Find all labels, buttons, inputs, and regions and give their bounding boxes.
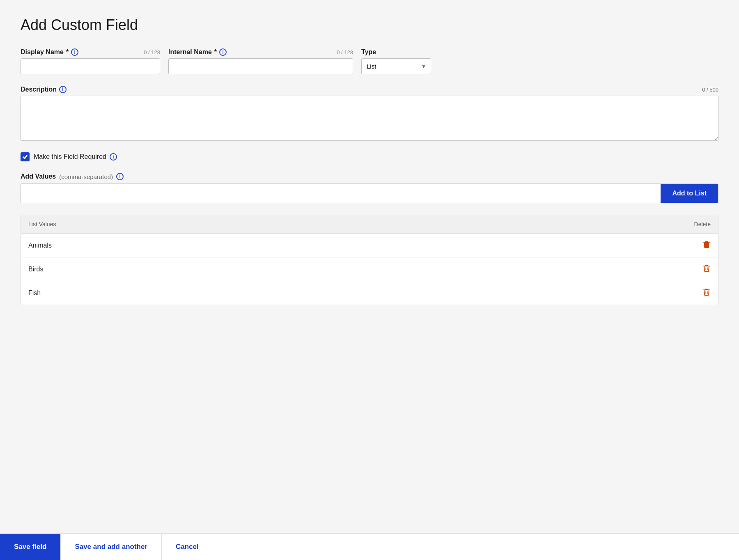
add-values-label: Add Values (comma-separated) i — [21, 173, 718, 180]
type-label: Type — [361, 48, 376, 56]
type-select-wrapper: List Text Number Date Boolean ▼ — [361, 58, 431, 74]
internal-name-header: Internal Name * i 0 / 128 — [168, 48, 353, 56]
internal-name-info-icon[interactable]: i — [219, 48, 227, 56]
description-label-text: Description — [21, 86, 57, 93]
required-checkbox-label-text: Make this Field Required — [34, 153, 106, 161]
list-item: Fish — [21, 281, 718, 305]
internal-name-block: Internal Name * i 0 / 128 — [168, 48, 353, 74]
description-label-left: Description i — [21, 86, 67, 93]
add-to-list-button[interactable]: Add to List — [661, 184, 718, 203]
save-add-another-button[interactable]: Save and add another — [60, 534, 162, 560]
type-block: Type List Text Number Date Boolean ▼ — [361, 48, 431, 74]
list-values-header-col1: List Values — [28, 221, 56, 227]
list-item: Animals — [21, 233, 718, 257]
list-values-header: List Values Delete — [21, 215, 718, 233]
required-checkbox-label: Make this Field Required i — [34, 153, 117, 161]
type-header: Type — [361, 48, 431, 56]
add-values-hint: (comma-separated) — [59, 173, 113, 180]
display-name-required: * — [66, 48, 69, 56]
type-select[interactable]: List Text Number Date Boolean — [361, 58, 431, 74]
description-label-row: Description i 0 / 500 — [21, 86, 718, 93]
display-name-counter: 0 / 128 — [144, 49, 160, 55]
display-name-label-text: Display Name — [21, 48, 64, 56]
internal-name-label-text: Internal Name — [168, 48, 212, 56]
description-info-icon[interactable]: i — [59, 86, 67, 93]
display-name-block: Display Name * i 0 / 128 — [21, 48, 160, 74]
display-name-input[interactable] — [21, 58, 160, 74]
list-item-value: Fish — [28, 289, 41, 297]
add-values-info-icon[interactable]: i — [116, 173, 124, 180]
internal-name-required: * — [214, 48, 217, 56]
cancel-button[interactable]: Cancel — [162, 534, 213, 560]
footer-spacer — [21, 321, 718, 354]
internal-name-counter: 0 / 128 — [337, 49, 353, 55]
add-values-input[interactable] — [21, 184, 661, 203]
required-info-icon[interactable]: i — [110, 153, 117, 161]
add-values-section: Add Values (comma-separated) i Add to Li… — [21, 173, 718, 203]
page-title: Add Custom Field — [21, 16, 718, 34]
checkmark-icon — [22, 154, 28, 160]
internal-name-label: Internal Name * i — [168, 48, 227, 56]
required-checkbox-row: Make this Field Required i — [21, 152, 718, 161]
description-section: Description i 0 / 500 — [21, 86, 718, 142]
top-fields-row: Display Name * i 0 / 128 Internal Name *… — [21, 48, 718, 74]
type-label-text: Type — [361, 48, 376, 56]
list-values-table: List Values Delete Animals Birds Fish — [21, 215, 718, 305]
description-textarea[interactable] — [21, 96, 718, 141]
add-values-input-row: Add to List — [21, 184, 718, 203]
display-name-header: Display Name * i 0 / 128 — [21, 48, 160, 56]
delete-birds-icon[interactable] — [702, 264, 711, 274]
list-item: Birds — [21, 257, 718, 281]
display-name-info-icon[interactable]: i — [71, 48, 78, 56]
required-checkbox[interactable] — [21, 152, 30, 161]
internal-name-input[interactable] — [168, 58, 353, 74]
footer-buttons: Save field Save and add another Cancel — [0, 533, 739, 560]
display-name-label: Display Name * i — [21, 48, 78, 56]
add-values-label-text: Add Values — [21, 173, 56, 180]
save-field-button[interactable]: Save field — [0, 534, 60, 560]
delete-fish-icon[interactable] — [702, 288, 711, 298]
list-item-value: Birds — [28, 266, 43, 273]
list-values-header-col2: Delete — [694, 221, 711, 227]
list-item-value: Animals — [28, 242, 52, 249]
description-counter: 0 / 500 — [702, 87, 718, 93]
delete-animals-icon[interactable] — [702, 240, 711, 250]
